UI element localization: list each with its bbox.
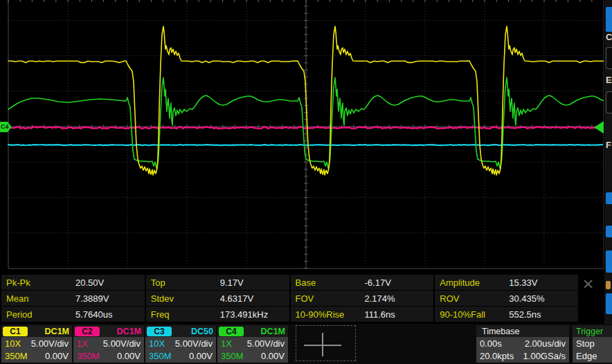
channel-coupling: DC1M <box>45 327 72 336</box>
channel-probe: 10X <box>5 338 21 349</box>
measure-cell-fov[interactable]: FOV 2.174% <box>291 291 434 306</box>
channel-scale: 5.00V/div <box>103 338 141 349</box>
timebase-points: 20.0kpts <box>480 351 514 361</box>
measure-label: Period <box>1 309 75 320</box>
measure-label: Base <box>291 277 365 288</box>
measure-label: Stdev <box>146 293 220 304</box>
sidebar-blue-glyph-icon[interactable] <box>606 226 612 237</box>
measure-value: 20.50V <box>75 277 104 288</box>
channel-box-c3[interactable]: C3 DC50 10X 5.00V/div 350M 0.00V <box>145 325 216 363</box>
channel-box-c2[interactable]: C2 DC1M 1X 5.00V/div 350M 0.00V <box>73 325 144 363</box>
measure-cell-mean[interactable]: Mean 7.3889V <box>1 291 145 306</box>
measure-value: -6.17V <box>365 277 391 288</box>
channel-coupling: DC1M <box>261 327 288 336</box>
measure-cell-amplitude[interactable]: Amplitude 15.33V <box>435 275 578 290</box>
channel-tag-c3[interactable]: C3 <box>147 327 172 336</box>
sidebar-orange-glyph-icon[interactable] <box>606 281 611 289</box>
measure-value: 2.174% <box>365 293 395 304</box>
plus-icon <box>322 333 323 356</box>
timebase-delay: 0.00s <box>480 338 502 349</box>
sidebar-label-fragment: F <box>606 140 611 150</box>
trigger-title: Trigger <box>573 325 612 337</box>
measure-value: 15.33V <box>509 277 537 288</box>
trigger-type: Edge <box>576 351 597 361</box>
measure-label: Amplitude <box>435 277 509 288</box>
measure-label: FOV <box>291 293 365 304</box>
measure-label: Mean <box>1 293 75 304</box>
measure-cell-freq[interactable]: Freq 173.491kHz <box>146 307 289 322</box>
measure-label: ROV <box>435 293 509 304</box>
timebase-box[interactable]: Timebase 0.00s 2.00us/div 20.0kpts 1.00G… <box>476 325 569 363</box>
channel-offset: 0.00V <box>117 351 141 361</box>
waveform-display[interactable]: C4 <box>0 0 612 274</box>
channel-coupling: DC50 <box>191 327 216 336</box>
measure-label: Top <box>146 277 220 288</box>
measure-cell-top[interactable]: Top 9.17V <box>146 275 289 290</box>
measure-label: Pk-Pk <box>1 277 75 288</box>
measure-value: 30.435% <box>509 293 544 304</box>
channel-scale: 5.00V/div <box>247 338 285 349</box>
measure-label: Freq <box>146 309 220 320</box>
timebase-samplerate: 1.00GSa/s <box>523 351 566 361</box>
measure-cell-rov[interactable]: ROV 30.435% <box>435 291 578 306</box>
channel-offset: 0.00V <box>189 351 213 361</box>
trigger-box[interactable]: Trigger Stop Edge <box>573 325 612 363</box>
trigger-level-marker[interactable] <box>594 121 604 134</box>
measure-cell-period[interactable]: Period 5.7640us <box>1 307 145 322</box>
measure-value: 111.6ns <box>365 309 395 320</box>
channel-probe: 1X <box>77 338 88 349</box>
sidebar-blue-button-icon[interactable] <box>606 251 612 273</box>
channel-scale: 5.00V/div <box>175 338 213 349</box>
channel-scale: 5.00V/div <box>31 338 69 349</box>
channel-bandwidth: 350M <box>5 351 28 361</box>
measure-value: 173.491kHz <box>220 309 268 320</box>
measure-cell-pkpk[interactable]: Pk-Pk 20.50V <box>1 275 145 290</box>
timebase-scale: 2.00us/div <box>525 338 566 349</box>
measure-cell-base[interactable]: Base -6.17V <box>291 275 434 290</box>
channel-bandwidth: 350M <box>221 351 244 361</box>
measure-value: 552.5ns <box>509 309 541 320</box>
measure-value: 4.6317V <box>220 293 253 304</box>
measure-value: 9.17V <box>220 277 244 288</box>
sidebar-menu-cutoff[interactable]: C E F <box>604 0 612 324</box>
sidebar-blue-glyph-icon[interactable] <box>606 192 612 204</box>
bottom-status-bar: C1 DC1M 10X 5.00V/div 350M 0.00V C2 DC1M… <box>0 324 612 364</box>
channel-probe: 10X <box>149 338 165 349</box>
sidebar-box-icon[interactable] <box>606 47 612 69</box>
waveform-plot[interactable] <box>0 0 612 274</box>
sidebar-label-fragment: C <box>606 32 612 42</box>
channel-tag-c2[interactable]: C2 <box>75 327 100 336</box>
sidebar-blue-button-icon[interactable] <box>606 7 612 32</box>
channel-tag-c1[interactable]: C1 <box>3 327 28 336</box>
channel-box-c1[interactable]: C1 DC1M 10X 5.00V/div 350M 0.00V <box>1 325 72 363</box>
measure-cell-stdev[interactable]: Stdev 4.6317V <box>146 291 289 306</box>
channel-bandwidth: 350M <box>77 351 100 361</box>
oscilloscope-screen: C4 C E F Pk-Pk 20.50V Top 9.17V Base -6.… <box>0 0 612 364</box>
channel-coupling: DC1M <box>117 327 144 336</box>
close-icon[interactable]: ✕ <box>579 275 597 293</box>
sidebar-label-fragment: E <box>606 75 612 85</box>
sidebar-blue-button-icon[interactable] <box>606 293 612 314</box>
channel-offset: 0.00V <box>45 351 69 361</box>
channel-offset: 0.00V <box>261 351 285 361</box>
measure-label: 90-10%Fall <box>435 309 509 320</box>
channel-tag-c4[interactable]: C4 <box>219 327 244 336</box>
add-channel-slot[interactable] <box>296 325 356 361</box>
measure-cell-fall[interactable]: 90-10%Fall 552.5ns <box>435 307 578 322</box>
measurement-panel[interactable]: Pk-Pk 20.50V Top 9.17V Base -6.17V Ampli… <box>1 275 578 322</box>
trigger-status: Stop <box>576 338 595 349</box>
channel-probe: 1X <box>221 338 232 349</box>
channel-box-c4[interactable]: C4 DC1M 1X 5.00V/div 350M 0.00V <box>217 325 288 363</box>
sidebar-box-icon[interactable] <box>606 91 612 113</box>
measure-value: 5.7640us <box>75 309 113 320</box>
timebase-title: Timebase <box>476 325 569 337</box>
measure-label: 10-90%Rise <box>291 309 365 320</box>
measure-value: 7.3889V <box>75 293 109 304</box>
measure-cell-rise[interactable]: 10-90%Rise 111.6ns <box>291 307 434 322</box>
channel-bandwidth: 350M <box>149 351 172 361</box>
